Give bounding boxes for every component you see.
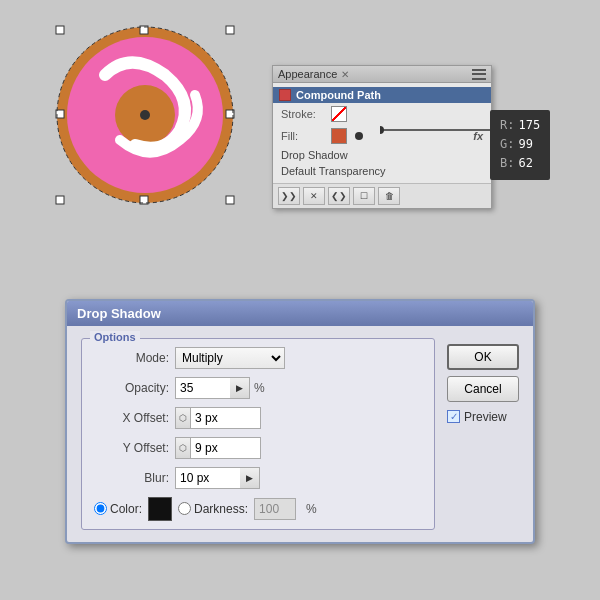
color-tooltip: R: 175 G: 99 B: 62 [490,110,550,180]
opacity-input[interactable] [175,377,230,399]
dialog-title: Drop Shadow [77,306,161,321]
r-value: 175 [518,116,540,135]
toolbar-btn-delete[interactable]: 🗑 [378,187,400,205]
appearance-title: Appearance [278,68,337,80]
toolbar-btn-new[interactable]: ❯❯ [278,187,300,205]
fill-active-dot [355,132,363,140]
svg-rect-5 [56,196,64,204]
fill-row: Fill: fx [273,125,491,147]
blur-arrow-btn[interactable]: ▶ [240,467,260,489]
opacity-label: Opacity: [94,381,169,395]
svg-rect-3 [56,26,64,34]
xoffset-input[interactable] [191,407,261,429]
compound-path-row: Compound Path [273,87,491,103]
appearance-titlebar: Appearance ✕ [273,66,491,83]
ok-button[interactable]: OK [447,344,519,370]
drop-shadow-dialog: Drop Shadow Options Mode: Multiply Norma… [65,299,535,544]
stroke-swatch[interactable] [331,106,347,122]
xoffset-input-group: ⬡ [175,407,261,429]
options-legend: Options [90,331,140,343]
appearance-bottom-toolbar: ❯❯ ✕ ❮❯ ☐ 🗑 [273,183,491,208]
darkness-radio[interactable] [178,502,191,515]
svg-rect-4 [226,26,234,34]
stroke-row: Stroke: [273,103,491,125]
mode-label: Mode: [94,351,169,365]
svg-rect-6 [226,196,234,204]
panel-menu-icon[interactable] [472,69,486,80]
toolbar-btn-clear[interactable]: ✕ [303,187,325,205]
darkness-radio-label[interactable]: Darkness: [178,502,248,516]
dialog-titlebar: Drop Shadow [67,301,533,326]
g-value: 99 [518,135,532,154]
darkness-unit: % [306,502,317,516]
xoffset-label: X Offset: [94,411,169,425]
fx-button[interactable]: fx [473,130,483,142]
compound-path-label: Compound Path [296,89,381,101]
opacity-row: Opacity: ▶ % [94,377,422,399]
fill-label: Fill: [281,130,331,142]
opacity-arrow-btn[interactable]: ▶ [230,377,250,399]
xoffset-row: X Offset: ⬡ [94,407,422,429]
yoffset-row: Y Offset: ⬡ [94,437,422,459]
top-area: Appearance ✕ Compound Path Stroke: Fill: [0,0,600,250]
blur-input[interactable] [175,467,240,489]
mode-row: Mode: Multiply Normal Screen Overlay [94,347,422,369]
color-radio[interactable] [94,502,107,515]
stroke-label: Stroke: [281,108,331,120]
toolbar-btn-move[interactable]: ☐ [353,187,375,205]
default-transparency-link[interactable]: Default Transparency [273,163,491,179]
svg-point-11 [140,110,150,120]
cancel-button[interactable]: Cancel [447,376,519,402]
blur-input-group: ▶ [175,467,260,489]
color-label-text: Color: [110,502,142,516]
yoffset-stepper[interactable]: ⬡ [175,437,191,459]
opacity-input-group: ▶ [175,377,250,399]
yoffset-input[interactable] [191,437,261,459]
dialog-body: Options Mode: Multiply Normal Screen Ove… [67,326,533,542]
mode-select[interactable]: Multiply Normal Screen Overlay [175,347,285,369]
darkness-input[interactable] [254,498,296,520]
drop-shadow-link[interactable]: Drop Shadow [273,147,491,163]
dialog-right-buttons: OK Cancel ✓ Preview [447,338,519,530]
path-color-icon [279,89,291,101]
toolbar-btn-duplicate[interactable]: ❮❯ [328,187,350,205]
b-label: B: [500,154,514,173]
g-label: G: [500,135,514,154]
yoffset-label: Y Offset: [94,441,169,455]
b-value: 62 [518,154,532,173]
blur-row: Blur: ▶ [94,467,422,489]
preview-label: Preview [464,410,507,424]
donut-illustration [50,20,240,210]
color-radio-label[interactable]: Color: [94,502,142,516]
darkness-label-text: Darkness: [194,502,248,516]
r-label: R: [500,116,514,135]
blur-label: Blur: [94,471,169,485]
opacity-unit: % [254,381,265,395]
options-group: Options Mode: Multiply Normal Screen Ove… [81,338,435,530]
fill-swatch[interactable] [331,128,347,144]
close-icon[interactable]: ✕ [341,69,349,80]
yoffset-input-group: ⬡ [175,437,261,459]
color-swatch[interactable] [148,497,172,521]
preview-checkbox[interactable]: ✓ [447,410,460,423]
appearance-body: Compound Path Stroke: Fill: fx Drop Shad… [273,83,491,183]
bottom-area: Drop Shadow Options Mode: Multiply Norma… [0,250,600,592]
xoffset-stepper[interactable]: ⬡ [175,407,191,429]
appearance-panel: Appearance ✕ Compound Path Stroke: Fill: [272,65,492,209]
color-row: Color: Darkness: % [94,497,422,521]
preview-row: ✓ Preview [447,410,519,424]
